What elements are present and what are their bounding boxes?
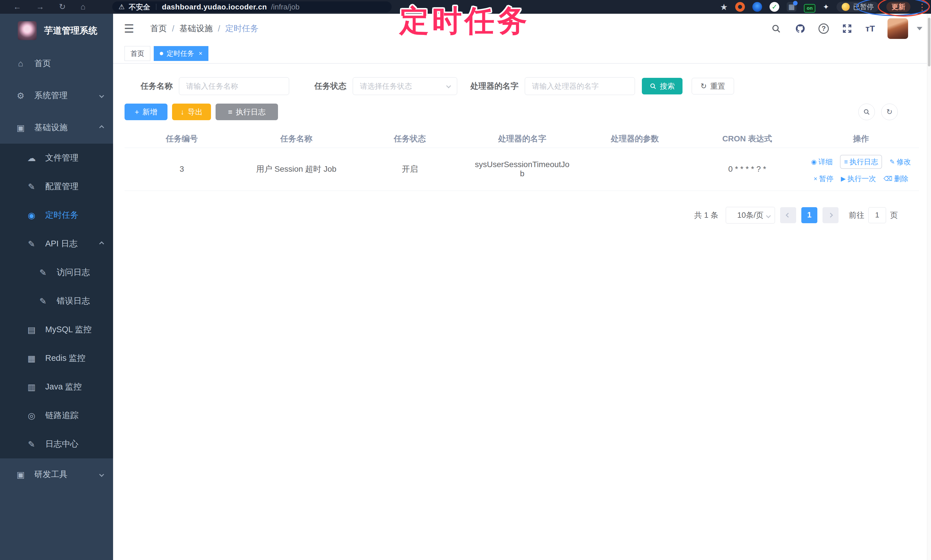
breadcrumb-home[interactable]: 首页 xyxy=(150,23,167,34)
search-button-label: 搜索 xyxy=(660,81,675,91)
extension-blue-icon[interactable] xyxy=(752,2,762,12)
breadcrumb-current: 定时任务 xyxy=(225,23,259,34)
sidebar-item-redis-monitor[interactable]: ▦ Redis 监控 xyxy=(0,344,113,372)
sidebar-item-label: Java 监控 xyxy=(45,381,82,392)
extension-grid-icon[interactable]: ▦ xyxy=(787,2,797,12)
fullscreen-icon[interactable] xyxy=(842,23,853,34)
sidebar-item-dev-tools[interactable]: ▣ 研发工具 xyxy=(0,458,113,491)
sidebar-item-label: 文件管理 xyxy=(45,152,79,164)
goto-label: 前往 xyxy=(849,210,864,220)
page-number-button[interactable]: 1 xyxy=(801,207,817,223)
briefcase-icon: ▣ xyxy=(15,469,26,480)
sidebar-item-config-manage[interactable]: ✎ 配置管理 xyxy=(0,172,113,201)
sidebar-item-scheduled-jobs[interactable]: ◉ 定时任务 xyxy=(0,201,113,229)
help-icon[interactable]: ? xyxy=(818,23,829,34)
run-once-link[interactable]: ▶执行一次 xyxy=(841,174,876,183)
reset-button-label: 重置 xyxy=(710,81,725,91)
sidebar-item-infra[interactable]: ▣ 基础设施 xyxy=(0,112,113,144)
browser-menu-icon[interactable]: ⋮ xyxy=(918,2,926,12)
tab-scheduled-jobs[interactable]: 定时任务 × xyxy=(154,46,208,61)
tabs-bar: 首页 定时任务 × xyxy=(113,43,931,63)
handler-name-label: 处理器的名字 xyxy=(470,81,518,92)
handler-name-input[interactable] xyxy=(525,77,635,95)
execution-log-button[interactable]: ≡ 执行日志 xyxy=(216,104,278,120)
search-button[interactable]: 搜索 xyxy=(642,78,683,94)
reset-button[interactable]: ↻ 重置 xyxy=(692,78,734,94)
font-size-icon[interactable]: тT xyxy=(865,24,875,34)
filter-form: 任务名称 任务状态 处理器的名字 搜索 ↻ 重置 xyxy=(140,77,931,95)
home-icon[interactable]: ⌂ xyxy=(80,3,85,11)
github-icon[interactable] xyxy=(794,23,806,34)
refresh-icon[interactable]: ↻ xyxy=(881,104,898,120)
export-button[interactable]: ↓ 导出 xyxy=(172,104,211,120)
sidebar-item-error-log[interactable]: ✎ 错误日志 xyxy=(0,287,113,315)
job-status-select[interactable] xyxy=(353,77,457,95)
sidebar-item-label: 错误日志 xyxy=(57,295,90,307)
update-button[interactable]: 更新 xyxy=(886,2,910,12)
job-status-select-input[interactable] xyxy=(353,77,457,95)
sidebar-logo-row[interactable]: 芋道管理系统 xyxy=(0,14,113,48)
reload-icon[interactable]: ↻ xyxy=(59,3,66,11)
address-bar[interactable]: ⚠ 不安全 dashboard.yudao.iocoder.cn /infra/… xyxy=(112,2,392,12)
sidebar-item-trace[interactable]: ◎ 链路追踪 xyxy=(0,401,113,430)
delete-link[interactable]: ⌫删除 xyxy=(883,174,908,183)
search-icon[interactable] xyxy=(771,23,782,34)
clock-job-icon: ◉ xyxy=(26,210,37,220)
goto-page-input[interactable] xyxy=(868,207,886,223)
edit-icon: ✎ xyxy=(26,182,37,192)
not-secure-icon: ⚠ xyxy=(119,3,125,11)
bookmark-star-icon[interactable]: ★ xyxy=(720,2,728,12)
tab-paused-chip[interactable]: 已暂停 xyxy=(837,2,879,12)
extensions-puzzle-icon[interactable]: ✦ xyxy=(823,3,829,11)
monitor-icon: ▥ xyxy=(26,382,37,392)
extension-on-badge[interactable]: on xyxy=(804,4,815,12)
sidebar-item-java-monitor[interactable]: ▥ Java 监控 xyxy=(0,372,113,401)
reset-icon: ↻ xyxy=(701,82,707,91)
detail-link[interactable]: ◉详细 xyxy=(811,157,832,166)
scrollbar-thumb[interactable] xyxy=(928,18,930,66)
tab-home[interactable]: 首页 xyxy=(125,46,150,61)
edit-link[interactable]: ✎修改 xyxy=(889,157,911,166)
page-size-select[interactable]: 10条/页 xyxy=(726,207,775,223)
sidebar-item-api-log[interactable]: ✎ API 日志 xyxy=(0,229,113,258)
log-icon: ≡ xyxy=(844,158,848,166)
prev-page-button[interactable] xyxy=(780,207,796,223)
sidebar-item-label: Redis 监控 xyxy=(45,352,85,364)
sidebar-item-log-center[interactable]: ✎ 日志中心 xyxy=(0,430,113,458)
col-actions: 操作 xyxy=(803,130,919,148)
sidebar: 芋道管理系统 ⌂ 首页 ⚙ 系统管理 ▣ 基础设施 ☁ 文件管理 ✎ 配置管理 xyxy=(0,14,113,560)
page-unit-label: 页 xyxy=(890,210,898,220)
eye-icon: ◎ xyxy=(26,411,37,421)
avatar[interactable] xyxy=(888,18,908,39)
not-secure-label: 不安全 xyxy=(129,2,150,12)
jobs-table: 任务编号 任务名称 任务状态 处理器的名字 处理器的参数 CRON 表达式 操作… xyxy=(125,130,919,191)
job-name-input[interactable] xyxy=(179,77,289,95)
pagination: 共 1 条 10条/页 1 前往 页 xyxy=(113,207,898,223)
extension-green-check-icon[interactable]: ✓ xyxy=(769,2,779,12)
close-icon[interactable]: × xyxy=(199,50,202,57)
execution-log-button-label: 执行日志 xyxy=(236,107,266,117)
chevron-down-icon xyxy=(99,93,104,98)
scrollbar[interactable] xyxy=(927,14,931,560)
avatar-caret-icon[interactable] xyxy=(917,27,922,30)
sidebar-item-home[interactable]: ⌂ 首页 xyxy=(0,48,113,80)
sidebar-item-access-log[interactable]: ✎ 访问日志 xyxy=(0,258,113,287)
browser-toolbar-right: ★ ✓ ▦ on ✦ 已暂停 更新 ⋮ xyxy=(720,0,926,14)
sidebar-item-system[interactable]: ⚙ 系统管理 xyxy=(0,80,113,112)
breadcrumb-infra[interactable]: 基础设施 xyxy=(179,23,213,34)
next-page-button[interactable] xyxy=(823,207,839,223)
url-host: dashboard.yudao.iocoder.cn xyxy=(162,3,267,11)
back-icon[interactable]: ← xyxy=(13,3,21,11)
sidebar-item-label: 定时任务 xyxy=(45,209,79,221)
toggle-search-icon[interactable] xyxy=(858,104,875,120)
pause-link[interactable]: ×暂停 xyxy=(814,174,833,183)
forward-icon[interactable]: → xyxy=(36,3,44,11)
row-execution-log-link[interactable]: ≡执行日志 xyxy=(840,155,882,169)
extension-orange-icon[interactable] xyxy=(735,2,745,12)
chevron-down-icon xyxy=(766,213,771,218)
sidebar-item-file-manage[interactable]: ☁ 文件管理 xyxy=(0,144,113,172)
hamburger-icon[interactable]: ☰ xyxy=(124,22,134,35)
add-button[interactable]: + 新增 xyxy=(125,104,168,120)
sidebar-item-mysql-monitor[interactable]: ▤ MySQL 监控 xyxy=(0,315,113,344)
app-title: 芋道管理系统 xyxy=(44,25,97,37)
